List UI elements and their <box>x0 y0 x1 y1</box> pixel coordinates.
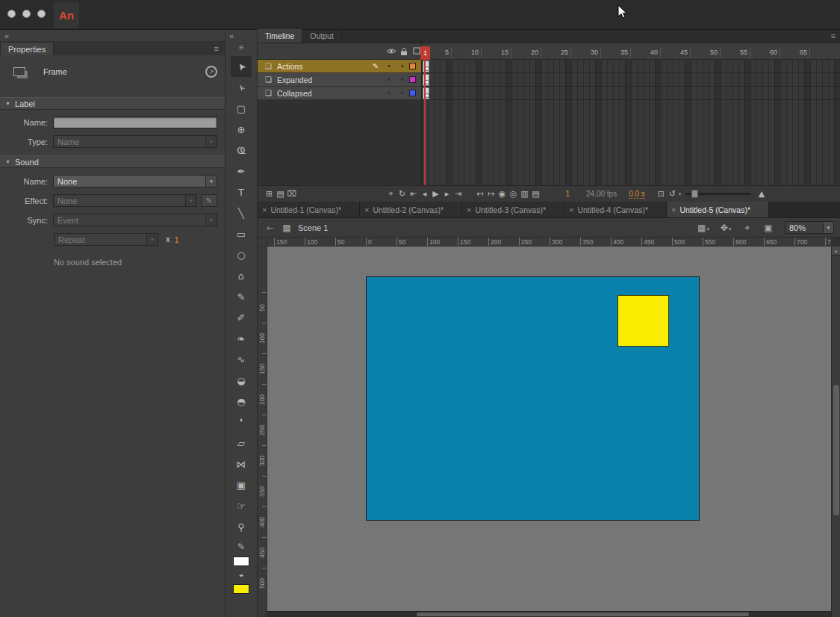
3d-rotation-tool[interactable]: ⊕ <box>231 119 252 140</box>
timeline-zoom-slider[interactable] <box>685 193 751 195</box>
frame-view-icon[interactable]: ▲ <box>756 189 767 199</box>
horizontal-scrollbar[interactable] <box>267 611 831 617</box>
show-hide-all-layers-icon[interactable] <box>386 47 396 57</box>
last-frame-icon[interactable]: ⇥ <box>452 189 464 199</box>
close-tab-icon[interactable]: × <box>262 205 267 214</box>
window-minimize-button[interactable] <box>22 10 31 18</box>
play-icon[interactable]: ▶ <box>430 189 441 199</box>
timeline-zoom-slider-thumb[interactable] <box>691 190 698 198</box>
reset-timeline-zoom-icon[interactable]: ↺ <box>667 189 678 199</box>
current-frame-value[interactable]: 1 <box>558 190 570 198</box>
frame-step-back-icon[interactable]: ↤ <box>474 189 485 199</box>
zoom-level-select[interactable]: 80% ▾ <box>785 221 834 234</box>
line-tool[interactable]: ╲ <box>231 202 252 223</box>
canvas-pasteboard[interactable] <box>267 247 831 611</box>
layer-lock-dot[interactable]: • <box>396 62 409 70</box>
collapse-panel-icon[interactable]: « <box>4 31 9 40</box>
frame-step-forward-icon[interactable]: ↦ <box>485 189 497 199</box>
window-zoom-button[interactable] <box>37 10 46 18</box>
close-tab-icon[interactable]: × <box>467 205 471 214</box>
sound-sync-select[interactable]: Event ▾ <box>53 214 217 226</box>
yellow-rectangle-object[interactable] <box>617 295 669 347</box>
zoom-tool[interactable]: ⚲ <box>231 516 252 537</box>
layer-visibility-dot[interactable]: • <box>382 89 396 97</box>
bone-tool[interactable]: ∿ <box>231 349 252 370</box>
timeline-menu-icon[interactable]: ≡ <box>831 31 836 40</box>
timeline-layer-row[interactable]: ❏ Actions ✎ • • <box>258 60 422 73</box>
text-tool[interactable]: T <box>231 182 252 202</box>
sound-repeat-select[interactable]: Repeat ▾ <box>54 233 158 246</box>
layer-name[interactable]: Expanded <box>277 75 312 84</box>
repeat-times-value[interactable]: 1 <box>175 235 179 244</box>
elapsed-time-value[interactable]: 0.0 s <box>629 190 645 199</box>
next-frame-icon[interactable]: ▸ <box>441 189 452 199</box>
layer-name[interactable]: Actions <box>277 62 302 71</box>
subselection-tool[interactable]: ➣ <box>231 77 252 98</box>
document-tab[interactable]: × Untitled-1 (Canvas)* <box>258 202 360 217</box>
polystar-tool[interactable]: ⌂ <box>231 265 252 286</box>
timeline-layer-row[interactable]: ❏ Expanded ✎ • • <box>258 73 422 87</box>
layer-outline-color-swatch[interactable] <box>409 63 416 69</box>
timeline-tab[interactable]: Output <box>302 29 342 43</box>
sound-effect-select[interactable]: None ▾ <box>53 194 197 207</box>
fit-timeline-view-icon[interactable]: ⊡ <box>656 189 667 199</box>
document-tab[interactable]: × Untitled-4 (Canvas)* <box>564 202 667 217</box>
lock-unlock-all-layers-icon[interactable] <box>400 47 408 58</box>
timeline-layer-row[interactable]: ❏ Collapsed ✎ • • <box>258 87 422 100</box>
playhead-marker[interactable]: 1 <box>420 46 430 60</box>
tools-menu-icon[interactable]: ≡ <box>225 43 257 52</box>
onion-skin-icon[interactable]: ◉ <box>497 189 508 199</box>
pencil-tool[interactable]: ✎ <box>231 286 252 307</box>
timeline-ruler[interactable]: 5101520253035404550556065 <box>422 47 840 58</box>
first-frame-icon[interactable]: ⇤ <box>408 189 419 199</box>
eraser-tool[interactable]: ▱ <box>231 432 252 453</box>
edit-multiple-frames-icon[interactable]: ▥ <box>519 189 530 199</box>
close-tab-icon[interactable]: × <box>671 205 676 214</box>
vertical-scrollbar[interactable]: ▲ <box>831 247 840 617</box>
oval-tool[interactable]: ○ <box>231 244 252 265</box>
timeline-tab[interactable]: Timeline <box>258 29 302 43</box>
paint-bucket-tool[interactable]: ◒ <box>231 370 252 391</box>
label-section-header[interactable]: ▼ Label <box>0 97 225 110</box>
close-tab-icon[interactable]: × <box>364 205 369 214</box>
edit-sound-envelope-button[interactable]: ✎ <box>201 194 217 207</box>
center-stage-icon[interactable]: ⌖ <box>737 223 758 233</box>
layer-visibility-dot[interactable]: • <box>382 75 396 84</box>
layer-name[interactable]: Collapsed <box>277 89 312 98</box>
vertical-scrollbar-thumb[interactable] <box>833 385 839 515</box>
lasso-tool[interactable]: Ҩ <box>231 140 252 161</box>
selection-tool[interactable]: ➤ <box>231 56 252 77</box>
scene-name[interactable]: Scene 1 <box>298 223 328 232</box>
eyedropper-tool[interactable]: ❜ <box>231 412 252 432</box>
hand-tool[interactable]: ☞ <box>231 495 252 516</box>
pen-tool[interactable]: ✒ <box>231 161 252 182</box>
playhead-line[interactable] <box>424 46 426 185</box>
tab-properties[interactable]: Properties <box>0 42 54 55</box>
document-tab[interactable]: × Untitled-3 (Canvas)* <box>462 202 564 217</box>
collapse-tools-icon[interactable]: « <box>229 31 234 40</box>
panel-help-button[interactable]: ↗ <box>205 66 217 78</box>
delete-icon[interactable]: ⌧ <box>286 189 297 199</box>
width-tool[interactable]: ⋈ <box>231 453 252 474</box>
camera-tool[interactable]: ▣ <box>231 474 252 495</box>
show-all-layers-as-outlines-icon[interactable] <box>413 47 420 57</box>
fill-color-swatch[interactable] <box>233 584 249 594</box>
sound-name-select[interactable]: None ▾ <box>53 175 217 187</box>
new-folder-icon[interactable]: ▤ <box>275 189 286 199</box>
prev-frame-icon[interactable]: ◂ <box>419 189 430 199</box>
rectangle-tool[interactable]: ▭ <box>231 223 252 244</box>
loop-icon[interactable]: ↻ <box>396 189 408 199</box>
layer-outline-color-swatch[interactable] <box>409 76 416 83</box>
edit-symbols-icon[interactable]: ✥▾ <box>715 223 737 233</box>
back-button-icon[interactable]: ← <box>262 223 279 233</box>
panel-menu-icon[interactable]: ≡ <box>214 44 219 53</box>
layer-outline-color-swatch[interactable] <box>409 90 416 96</box>
stage[interactable] <box>366 276 700 521</box>
document-tab[interactable]: × Untitled-5 (Canvas)* <box>667 202 769 217</box>
sound-section-header[interactable]: ▼ Sound <box>0 155 225 168</box>
scroll-up-icon[interactable]: ▲ <box>832 247 840 255</box>
layer-lock-dot[interactable]: • <box>396 89 409 97</box>
close-tab-icon[interactable]: × <box>569 205 573 214</box>
clip-content-icon[interactable]: ▣ <box>758 223 779 233</box>
document-tab[interactable]: × Untitled-2 (Canvas)* <box>360 202 462 217</box>
